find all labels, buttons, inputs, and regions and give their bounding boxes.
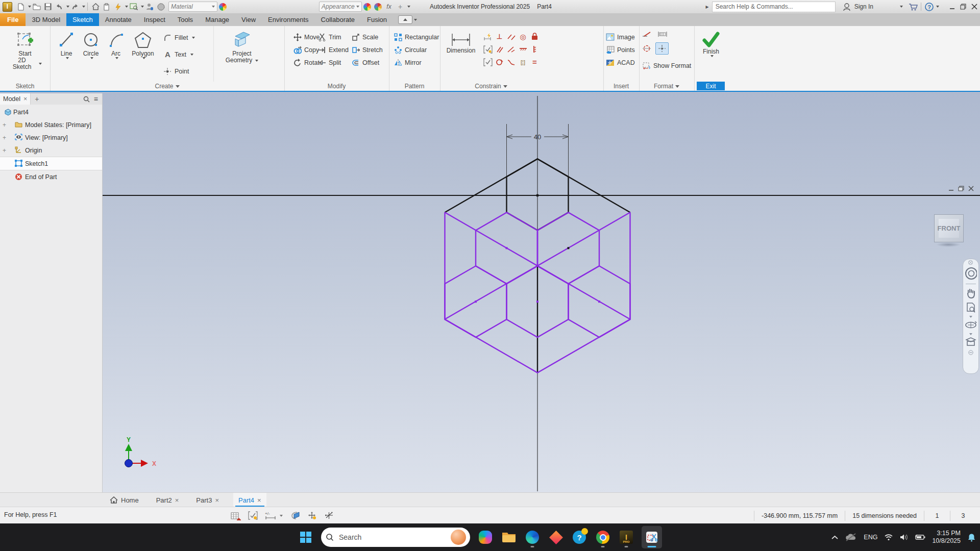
show-constraints-icon[interactable] <box>483 45 493 54</box>
minimize-button[interactable] <box>946 2 958 12</box>
user-avatar-icon[interactable] <box>842 2 852 12</box>
constraint-settings-icon[interactable] <box>483 58 493 66</box>
doc-close-icon[interactable] <box>968 186 974 191</box>
new-file-button[interactable] <box>16 2 26 12</box>
tree-item-sketch1[interactable]: Sketch1 <box>0 157 102 170</box>
browser-menu-icon[interactable]: ≡ <box>94 95 98 103</box>
graphics-canvas[interactable]: 40 <box>0 92 980 492</box>
tree-item-part[interactable]: Part4 <box>0 106 102 118</box>
help-button[interactable]: ? <box>924 2 934 12</box>
browser-tab-model[interactable]: Model × <box>0 93 31 105</box>
close-button[interactable] <box>969 2 980 12</box>
sign-in-dropdown[interactable] <box>900 6 903 8</box>
help-app-button[interactable]: ? <box>571 526 587 548</box>
flyout-arrow-icon[interactable]: ▸ <box>706 3 709 10</box>
doc-tab-part2[interactable]: Part2× <box>151 493 184 507</box>
undo-dropdown[interactable] <box>66 6 69 8</box>
tab-tools[interactable]: Tools <box>172 13 199 26</box>
orbit-dropdown[interactable] <box>969 333 972 335</box>
tab-inspect[interactable]: Inspect <box>138 13 172 26</box>
browser-tab-close-icon[interactable]: × <box>23 95 27 103</box>
sketch-graphics[interactable]: 40 <box>0 92 980 492</box>
point-tool-button[interactable]: Point <box>163 65 195 78</box>
new-file-dropdown[interactable] <box>28 6 31 8</box>
doc-tab-part4[interactable]: Part4× <box>233 493 266 507</box>
ribbon-display-toggle[interactable] <box>398 13 417 26</box>
dimension-display-icon[interactable]: +/- <box>265 512 283 520</box>
tree-item-origin[interactable]: + Origin <box>0 144 102 157</box>
horizontal-constraint-icon[interactable] <box>519 46 527 53</box>
symmetric-constraint-icon[interactable]: [¦] <box>521 59 525 65</box>
start-button[interactable] <box>298 526 314 548</box>
text-tool-button[interactable]: A Text <box>163 48 195 61</box>
tree-item-end-of-part[interactable]: End of Part <box>0 170 102 183</box>
open-button[interactable] <box>32 2 42 12</box>
lock-constraint-icon[interactable] <box>531 33 538 40</box>
capture-button[interactable] <box>129 2 139 12</box>
tab-sketch[interactable]: Sketch <box>66 13 99 26</box>
tray-clock[interactable]: 3:15 PM 10/8/2025 <box>932 530 961 545</box>
undo-button[interactable] <box>54 2 64 12</box>
save-button[interactable] <box>43 2 53 12</box>
tab-3d-model[interactable]: 3D Model <box>26 13 66 26</box>
project-geometry-button[interactable]: Project Geometry <box>223 30 261 64</box>
tab-manage[interactable]: Manage <box>199 13 235 26</box>
chrome-button[interactable] <box>595 526 611 548</box>
show-format-button[interactable]: Show Format <box>642 59 691 72</box>
wifi-icon[interactable] <box>884 534 893 541</box>
taskbar-search[interactable]: Search <box>321 528 470 547</box>
clear-appearance-icon[interactable] <box>374 3 382 11</box>
tab-file[interactable]: File <box>0 13 26 26</box>
navigation-wheel-icon[interactable] <box>965 267 977 280</box>
extend-button[interactable]: Extend <box>318 43 349 56</box>
expander-icon[interactable]: + <box>2 147 7 154</box>
arc-tool-button[interactable]: Arc <box>106 30 126 59</box>
trim-button[interactable]: Trim <box>318 31 349 43</box>
material-sphere-icon[interactable] <box>156 2 166 12</box>
store-cart-icon[interactable] <box>908 2 918 12</box>
perpendicular-constraint-icon[interactable]: ⊥ <box>497 33 502 40</box>
redo-button[interactable] <box>70 2 80 12</box>
material-combo[interactable]: Material <box>168 2 217 12</box>
browser-add-tab-icon[interactable]: + <box>35 95 39 103</box>
start-2d-sketch-button[interactable]: Start 2D Sketch <box>8 30 42 70</box>
zoom-dropdown[interactable] <box>969 316 972 318</box>
zoom-icon[interactable] <box>965 302 977 313</box>
doc-tab-home[interactable]: Home <box>105 493 144 507</box>
finish-sketch-button[interactable]: Finish <box>699 31 723 57</box>
doc-tab-part3[interactable]: Part3× <box>191 493 224 507</box>
centerpoint-toggle-icon[interactable] <box>655 42 669 55</box>
app-icon[interactable]: I <box>3 2 12 12</box>
tab-annotate[interactable]: Annotate <box>99 13 138 26</box>
adjust-appearance-icon[interactable] <box>363 3 371 11</box>
equal-constraint-icon[interactable]: = <box>532 58 537 66</box>
tree-item-view[interactable]: + View: [Primary] <box>0 131 102 144</box>
parallel-constraint-icon[interactable] <box>496 46 503 53</box>
driven-dimension-icon[interactable] <box>657 31 668 38</box>
appearance-wheel-icon[interactable] <box>219 3 227 11</box>
expander-icon[interactable]: + <box>2 121 7 129</box>
onedrive-paused-icon[interactable] <box>845 533 857 541</box>
doc-restore-icon[interactable] <box>958 186 964 191</box>
tab-view[interactable]: View <box>235 13 262 26</box>
tray-chevron-icon[interactable] <box>831 535 838 539</box>
appearance-combo[interactable]: Appearance <box>319 2 362 12</box>
tray-language[interactable]: ENG <box>864 534 877 541</box>
offset-button[interactable]: Offset <box>352 56 383 69</box>
help-search-input[interactable]: Search Help & Commands... <box>712 2 836 12</box>
qat-add-button[interactable]: + <box>395 2 405 12</box>
construction-toggle-icon[interactable] <box>642 31 651 37</box>
smooth-constraint-icon[interactable] <box>507 59 515 66</box>
scale-button[interactable]: Scale <box>352 31 383 43</box>
snipping-tool-button[interactable] <box>642 526 662 548</box>
help-dropdown[interactable] <box>936 6 939 8</box>
redo-dropdown[interactable] <box>82 6 85 8</box>
close-tab-icon[interactable]: × <box>257 496 261 504</box>
dimension-40[interactable]: 40 <box>507 133 569 141</box>
look-at-icon[interactable] <box>965 337 977 347</box>
paste-button[interactable] <box>102 2 112 12</box>
imate-bolt-button[interactable] <box>113 2 123 12</box>
qat-customize-dropdown[interactable] <box>407 6 410 8</box>
edge-button[interactable] <box>524 526 541 548</box>
inventor-app-button[interactable]: I PRO <box>618 526 634 548</box>
